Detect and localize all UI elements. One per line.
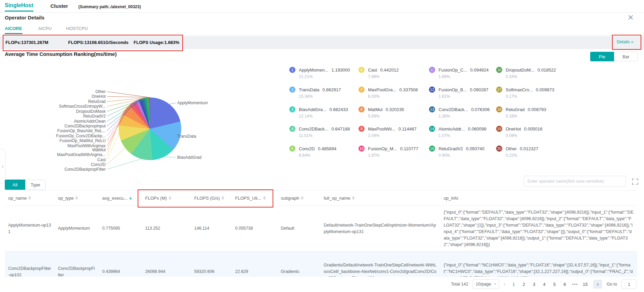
table-row: ApplyMomentum-op131ApplyMomentum0.775095… [5,206,637,251]
bar-toggle-button[interactable]: Bar [614,52,638,61]
fullscreen-icon[interactable] [632,178,639,185]
page-button[interactable]: 2 [520,282,527,287]
legend-label: MaxPoolGra...0.3375086.00% [368,87,418,99]
page-button[interactable]: 15 [581,282,589,287]
legend-rank-badge: 11 [429,67,435,73]
page-button[interactable]: 3 [530,282,538,287]
legend-label: Conv2DBack...0.0763061.36% [439,106,490,119]
legend-item[interactable]: 3BiasAddGra...0.68243312.14% [289,106,348,119]
cell-op_type: ApplyMomentum [55,222,99,234]
divider [0,35,644,35]
tab-aicore[interactable]: AICORE [5,26,22,31]
chevron-down-icon [494,283,496,286]
operator-search-input[interactable] [524,176,626,187]
next-page-button[interactable] [593,280,602,289]
table-body: ApplyMomentum-op131ApplyMomentum0.775095… [5,206,637,277]
legend-item[interactable]: 1ApplyMomen...1.19300021.21% [289,67,350,79]
legend-item[interactable]: 15ReluGradV20.0507400.90% [429,145,485,158]
summary-path-label: (Summary path:./alexnet_00323) [78,4,141,9]
legend-rank-badge: 20 [496,145,502,152]
legend-rank-badge: 1 [289,67,295,73]
cell-op_name: ApplyMomentum-op131 [5,219,55,238]
tab-hostcpu[interactable]: HOSTCPU [66,26,88,31]
legend-rank-badge: 7 [358,87,365,93]
legend-item[interactable]: 9MaxPoolWit...0.1144672.04% [358,126,416,138]
legend-label: Conv2D0.4858948.64% [299,145,336,158]
pie-label: MatMul [0,148,106,152]
legend-item[interactable]: 5Conv2D0.4858948.64% [289,145,336,158]
sort-icon [28,196,31,200]
legend-item[interactable]: 13Conv2DBack...0.0763061.36% [429,106,490,119]
close-icon[interactable] [628,12,634,22]
pagination-pages: 123456•••15 [510,282,589,287]
legend-label: Conv2DBack...0.64718811.51% [299,126,350,138]
sort-icon [263,196,266,200]
flops-stats-bar: FLOPs:137301.267M FLOPS:13108.651G/Secon… [0,36,644,49]
pie-label: MaxPoolGradWithArgma... [0,152,106,157]
page-button[interactable]: 1 [510,282,517,287]
pie-toggle-button[interactable]: Pie [590,52,614,61]
legend-rank-badge: 17 [496,87,502,93]
tab-aicpu[interactable]: AICPU [38,26,52,31]
column-header-avg_execution_time[interactable]: avg_execu... [99,196,142,201]
legend-label: TransData0.86291715.34% [299,87,341,99]
legend-rank-badge: 5 [289,145,295,152]
legend-item[interactable]: 10FusionOp_M...0.1107771.97% [358,145,418,158]
legend-rank-badge: 10 [358,145,365,152]
tab-aicore-underline [5,33,22,34]
column-header-subgraph[interactable]: subgraph [277,196,320,201]
legend-label: Other0.0123270.22% [506,145,538,158]
cell-subgraph: Default [277,222,320,234]
cell-avg_execution_time: 0.439964 [99,266,142,277]
legend-item[interactable]: 8MatMul0.3202355.69% [358,106,404,119]
legend-item[interactable]: 18ReluGrad0.0087930.16% [496,106,546,119]
column-header-full_op_name[interactable]: full_op_name [320,196,440,201]
legend-item[interactable]: 11FusionOp_C...0.0949241.69% [429,67,489,79]
previous-page-button[interactable] [504,281,505,287]
pie-label: ReluGradV2 [0,114,106,119]
flops-total-stat: FLOPs:137301.267M [5,40,48,45]
legend-label: ReluGrad0.0087930.16% [506,106,546,119]
sort-icon [301,196,304,200]
pie-label: Conv2DBackpropInput [0,124,106,128]
filter-all-button[interactable]: All [5,180,25,190]
legend-item[interactable]: 4Conv2DBack...0.64718811.51% [289,126,350,138]
column-header-flops_m[interactable]: FLOPs (M) [142,196,191,201]
page-button[interactable]: 6 [561,282,568,287]
legend-item[interactable]: 12FusionOp_B...0.0902871.61% [429,87,488,99]
legend-label: OneHot0.0050160.09% [506,126,542,138]
legend-item[interactable]: 19OneHot0.0050160.09% [496,126,542,138]
legend-label: FusionOp_B...0.0902871.61% [439,87,488,99]
nav-tab-singlehost[interactable]: SingleHost [5,2,33,9]
page-button[interactable]: 4 [540,282,548,287]
legend-label: ReluGradV20.0507400.90% [439,145,485,158]
page-size-select[interactable]: 10/page [473,279,499,289]
column-header-flops_utilization[interactable]: FLOPS_Uti... [232,196,277,201]
legend-rank-badge: 12 [429,87,435,93]
pagination: Total 142 10/page 123456•••15 Go to [341,279,637,290]
pagination-ellipsis: ••• [571,282,579,287]
legend-item[interactable]: 7MaxPoolGra...0.3375086.00% [358,87,418,99]
column-header-flops_gs[interactable]: FLOPS (G/s) [191,196,232,201]
cell-flops_gs: 146.114 [191,222,232,234]
legend-rank-badge: 9 [358,126,365,132]
goto-page-input[interactable] [622,279,637,289]
details-link[interactable]: Details » [617,40,633,44]
legend-item[interactable]: 14AtomicAddr...0.0600981.07% [429,126,487,138]
column-header-op_info: op_info [440,196,637,201]
legend-item[interactable]: 6Cast0.4420127.86% [358,67,399,79]
column-header-op_name[interactable]: op_name [5,196,55,201]
cell-flops_utilization: 22.629 [232,266,277,277]
nav-tab-cluster[interactable]: Cluster [50,3,68,9]
pie-chart[interactable] [119,97,181,160]
column-header-op_type[interactable]: op_type [55,196,99,201]
legend-item[interactable]: 20Other0.0123270.22% [496,145,538,158]
sort-icon [221,196,224,200]
page-button[interactable]: 5 [551,282,558,287]
page-size-value: 10/page [476,282,491,287]
legend-item[interactable]: 17SoftmaxCro...0.0098730.17% [496,87,554,99]
filter-type-button[interactable]: Type [25,180,46,190]
legend-item[interactable]: 16DropoutDoM...0.0185220.33% [496,67,556,79]
chart-title: Average Time Consumption Ranking(ms/time… [5,51,117,57]
legend-item[interactable]: 2TransData0.86291715.34% [289,87,341,99]
